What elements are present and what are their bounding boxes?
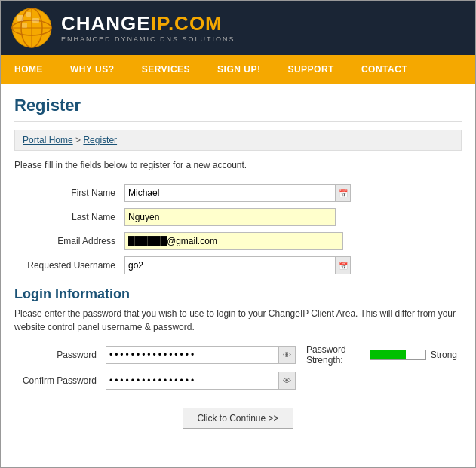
logo-title: CHANGEIP.COM bbox=[61, 13, 235, 35]
header: CHANGEIP.COM ENHANCED DYNAMIC DNS SOLUTI… bbox=[1, 1, 475, 55]
strength-bar-filled bbox=[370, 350, 406, 359]
email-input[interactable] bbox=[124, 232, 343, 250]
first-name-label: First Name bbox=[14, 181, 120, 205]
nav-contact[interactable]: CONTACT bbox=[348, 55, 421, 84]
first-name-input-wrapper: 📅 bbox=[124, 184, 457, 202]
confirm-password-input[interactable] bbox=[106, 372, 279, 390]
strength-label: Password Strength: bbox=[306, 344, 365, 366]
username-row: Requested Username 📅 bbox=[14, 253, 462, 277]
first-name-input[interactable] bbox=[124, 184, 336, 202]
username-cell: 📅 bbox=[120, 253, 462, 277]
nav-why-us[interactable]: WHY US? bbox=[57, 55, 128, 84]
login-section-desc: Please enter the password that you wish … bbox=[14, 307, 462, 334]
last-name-cell bbox=[120, 205, 462, 229]
nav-home[interactable]: HOME bbox=[1, 55, 57, 84]
logo-ip: IP.COM bbox=[151, 12, 223, 35]
confirm-password-input-wrapper: 👁 bbox=[106, 372, 457, 390]
email-label: Email Address bbox=[14, 229, 120, 253]
first-name-cell: 📅 bbox=[120, 181, 462, 205]
login-section-title: Login Information bbox=[14, 286, 462, 302]
confirm-password-row: Confirm Password 👁 bbox=[14, 369, 462, 393]
svg-rect-7 bbox=[22, 23, 27, 28]
strength-bar bbox=[370, 350, 426, 360]
password-label: Password bbox=[14, 341, 101, 369]
confirm-password-label: Confirm Password bbox=[14, 369, 101, 393]
email-row: Email Address bbox=[14, 229, 462, 253]
logo-subtitle: ENHANCED DYNAMIC DNS SOLUTIONS bbox=[61, 35, 235, 43]
confirm-password-cell: 👁 bbox=[101, 369, 462, 393]
svg-rect-6 bbox=[26, 12, 31, 17]
last-name-row: Last Name bbox=[14, 205, 462, 229]
nav-bar: HOME WHY US? SERVICES SIGN UP! SUPPORT C… bbox=[1, 55, 475, 84]
username-label: Requested Username bbox=[14, 253, 120, 277]
continue-button[interactable]: Click to Continue >> bbox=[183, 408, 293, 429]
password-input-wrapper: 👁 bbox=[106, 346, 296, 364]
nav-sign-up[interactable]: SIGN UP! bbox=[204, 55, 274, 84]
personal-form: First Name 📅 Last Name Email Address bbox=[14, 181, 462, 277]
svg-rect-5 bbox=[17, 15, 23, 21]
username-calendar-icon[interactable]: 📅 bbox=[336, 256, 351, 274]
breadcrumb-sep: > bbox=[73, 135, 84, 145]
logo-text: CHANGEIP.COM ENHANCED DYNAMIC DNS SOLUTI… bbox=[61, 13, 235, 44]
strength-bar-empty bbox=[406, 350, 425, 359]
first-name-calendar-icon[interactable]: 📅 bbox=[336, 184, 351, 202]
last-name-input[interactable] bbox=[124, 208, 336, 226]
logo-globe-icon bbox=[11, 8, 52, 48]
page-title: Register bbox=[14, 96, 462, 122]
button-row: Click to Continue >> bbox=[14, 408, 462, 429]
breadcrumb-current[interactable]: Register bbox=[83, 135, 117, 145]
last-name-label: Last Name bbox=[14, 205, 120, 229]
password-input-row: 👁 Password Strength: Strong bbox=[106, 344, 457, 366]
intro-text: Please fill in the fields below to regis… bbox=[14, 160, 462, 170]
content: Register Portal Home > Register Please f… bbox=[1, 84, 475, 453]
password-cell: 👁 Password Strength: Strong bbox=[101, 341, 462, 369]
username-input[interactable] bbox=[124, 256, 336, 274]
username-input-wrapper: 📅 bbox=[124, 256, 457, 274]
nav-support[interactable]: SUPPORT bbox=[274, 55, 348, 84]
breadcrumb-home[interactable]: Portal Home bbox=[23, 135, 73, 145]
password-row: Password 👁 Password Strength: bbox=[14, 341, 462, 369]
page-wrapper: CHANGEIP.COM ENHANCED DYNAMIC DNS SOLUTI… bbox=[0, 0, 476, 468]
password-reveal-icon[interactable]: 👁 bbox=[279, 346, 296, 364]
strength-text: Strong bbox=[431, 350, 457, 360]
password-strength: Password Strength: Strong bbox=[306, 344, 457, 366]
first-name-row: First Name 📅 bbox=[14, 181, 462, 205]
svg-rect-8 bbox=[32, 18, 39, 23]
login-form: Password 👁 Password Strength: bbox=[14, 341, 462, 393]
password-input[interactable] bbox=[106, 346, 279, 364]
nav-services[interactable]: SERVICES bbox=[128, 55, 204, 84]
email-cell bbox=[120, 229, 462, 253]
breadcrumb: Portal Home > Register bbox=[14, 130, 462, 151]
confirm-password-reveal-icon[interactable]: 👁 bbox=[279, 372, 296, 390]
logo-change: CHANGE bbox=[61, 12, 151, 35]
